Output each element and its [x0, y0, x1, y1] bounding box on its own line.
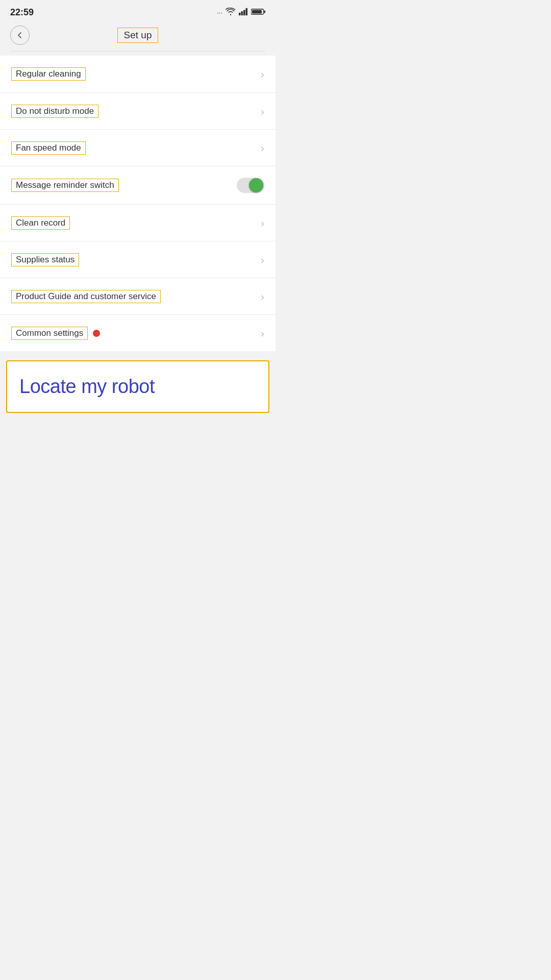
menu-item-common-settings[interactable]: Common settings ›: [0, 314, 276, 351]
message-reminder-toggle[interactable]: [237, 178, 264, 193]
menu-item-do-not-disturb[interactable]: Do not disturb mode ›: [0, 92, 276, 129]
page-title: Set up: [117, 28, 159, 43]
menu-item-right: ›: [261, 255, 264, 265]
menu-item-right: ›: [261, 291, 264, 302]
menu-label-supplies-status: Supplies status: [11, 253, 79, 266]
back-button[interactable]: [10, 26, 30, 45]
chevron-icon: ›: [261, 291, 264, 302]
menu-item-right: [237, 178, 264, 193]
svg-rect-1: [241, 11, 243, 15]
menu-label-common-settings: Common settings: [11, 327, 88, 340]
menu-item-left: Message reminder switch: [11, 179, 119, 192]
chevron-icon: ›: [261, 143, 264, 153]
chevron-icon: ›: [261, 69, 264, 79]
menu-item-regular-cleaning[interactable]: Regular cleaning ›: [0, 56, 276, 92]
svg-rect-3: [246, 8, 248, 15]
menu-item-right: ›: [261, 106, 264, 116]
menu-item-left: Supplies status: [11, 253, 79, 266]
battery-icon: [251, 8, 265, 17]
chevron-icon: ›: [261, 255, 264, 265]
menu-item-left: Do not disturb mode: [11, 105, 98, 118]
status-bar: 22:59 ···: [0, 0, 276, 22]
menu-item-supplies-status[interactable]: Supplies status ›: [0, 241, 276, 278]
menu-label-message-reminder: Message reminder switch: [11, 179, 119, 192]
menu-list: Regular cleaning › Do not disturb mode ›…: [0, 56, 276, 351]
menu-item-fan-speed-mode[interactable]: Fan speed mode ›: [0, 129, 276, 166]
menu-item-right: ›: [261, 69, 264, 79]
chevron-icon: ›: [261, 218, 264, 228]
wifi-icon: [226, 8, 236, 17]
svg-rect-6: [264, 10, 265, 13]
dots-icon: ···: [217, 9, 222, 16]
menu-label-fan-speed-mode: Fan speed mode: [11, 141, 86, 155]
red-dot-badge: [93, 330, 100, 337]
menu-label-clean-record: Clean record: [11, 216, 70, 230]
menu-label-do-not-disturb: Do not disturb mode: [11, 105, 98, 118]
locate-robot-label: Locate my robot: [19, 376, 155, 397]
menu-item-left: Common settings: [11, 327, 100, 340]
menu-label-product-guide: Product Guide and customer service: [11, 290, 161, 303]
locate-robot-button[interactable]: Locate my robot: [6, 360, 269, 413]
svg-rect-0: [239, 12, 241, 15]
menu-item-left: Clean record: [11, 216, 70, 230]
menu-item-left: Product Guide and customer service: [11, 290, 161, 303]
menu-item-right: ›: [261, 328, 264, 338]
menu-item-clean-record[interactable]: Clean record ›: [0, 204, 276, 241]
status-icons: ···: [217, 8, 265, 17]
menu-item-right: ›: [261, 143, 264, 153]
header-divider: [10, 51, 265, 52]
menu-item-right: ›: [261, 218, 264, 228]
toggle-knob: [249, 178, 263, 192]
chevron-icon: ›: [261, 106, 264, 116]
bottom-space: [0, 419, 276, 450]
status-time: 22:59: [10, 7, 34, 18]
menu-item-left: Regular cleaning: [11, 67, 86, 81]
menu-item-message-reminder[interactable]: Message reminder switch: [0, 166, 276, 204]
menu-label-regular-cleaning: Regular cleaning: [11, 67, 86, 81]
signal-icon: [239, 8, 248, 17]
svg-rect-5: [252, 10, 262, 13]
menu-item-product-guide[interactable]: Product Guide and customer service ›: [0, 278, 276, 314]
menu-item-left: Fan speed mode: [11, 141, 86, 155]
svg-rect-2: [243, 10, 245, 15]
header: Set up: [0, 22, 276, 51]
chevron-icon: ›: [261, 328, 264, 338]
